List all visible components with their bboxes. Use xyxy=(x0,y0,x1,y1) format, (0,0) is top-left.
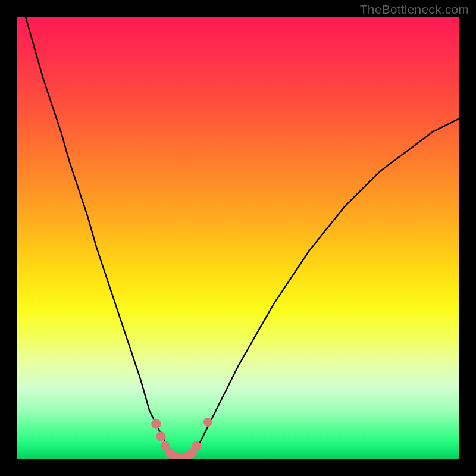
plot-svg xyxy=(17,17,459,459)
watermark-text: TheBottleneck.com xyxy=(360,2,469,17)
chart-frame: TheBottleneck.com xyxy=(0,0,476,476)
trough-marker xyxy=(203,418,212,427)
trough-marker xyxy=(151,419,161,428)
trough-markers xyxy=(151,418,212,459)
trough-marker xyxy=(156,431,165,441)
trough-marker xyxy=(192,441,201,451)
bottleneck-curve xyxy=(26,17,459,459)
plot-area xyxy=(17,17,459,459)
